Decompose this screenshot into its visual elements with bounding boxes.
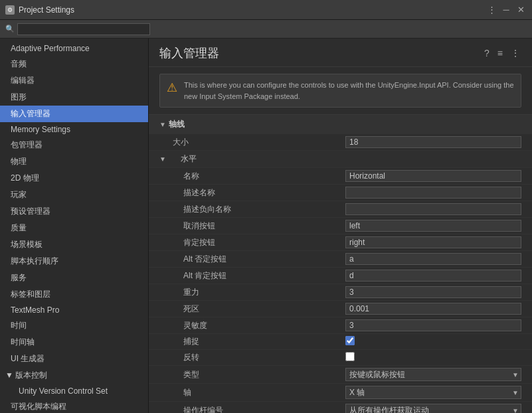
info-text: This is where you can configure the cont…: [184, 80, 514, 102]
alt-pos-button-value: [345, 270, 521, 282]
sidebar-item[interactable]: 时间轴: [0, 334, 148, 351]
snap-checkbox[interactable]: [345, 336, 355, 345]
joystick-num-label: 操作杆编号: [159, 405, 345, 414]
title-bar-left: ⚙ Project Settings: [5, 5, 74, 15]
sidebar-item[interactable]: 图形: [0, 89, 148, 106]
invert-label: 反转: [159, 352, 345, 363]
sidebar-item[interactable]: 物理: [0, 153, 148, 170]
more-icon[interactable]: ⋮: [509, 46, 521, 60]
sidebar-item[interactable]: 包管理器: [0, 137, 148, 153]
sensitivity-row: 灵敏度: [149, 317, 532, 334]
desc-neg-name-row: 描述负向名称: [149, 201, 532, 218]
sidebar-item[interactable]: 质量: [0, 220, 148, 236]
pos-button-value: [345, 236, 521, 248]
sidebar-item[interactable]: ▼ 版本控制: [0, 367, 148, 384]
name-value: [345, 170, 521, 182]
info-box: ⚠ This is where you can configure the co…: [159, 74, 521, 108]
content-title: 输入管理器: [159, 45, 219, 61]
desc-name-input[interactable]: [345, 187, 521, 199]
window-title: Project Settings: [19, 5, 74, 15]
invert-checkbox[interactable]: [345, 352, 355, 361]
gravity-row: 重力: [149, 284, 532, 301]
sidebar-item[interactable]: 2D 物理: [0, 170, 148, 187]
axis-label: 轴: [159, 387, 345, 398]
search-icon: 🔍: [5, 25, 15, 33]
sidebar-item[interactable]: Memory Settings: [0, 122, 148, 137]
sidebar-item[interactable]: 音频: [0, 56, 148, 72]
dead-zone-input[interactable]: [345, 303, 521, 315]
content-area: 输入管理器 ? ≡ ⋮ ⚠ This is where you can conf…: [149, 39, 532, 413]
joystick-num-row: 操作杆编号 从所有操作杆获取运动 游戏杆 1 游戏杆 2 ▼: [149, 402, 532, 413]
axis-value: X 轴 Y 轴 3rd axis ▼: [345, 386, 521, 399]
axes-section-header[interactable]: ▼ 轴线: [149, 114, 532, 134]
sidebar-item[interactable]: 编辑器: [0, 72, 148, 89]
sidebar-item[interactable]: TextMesh Pro: [0, 303, 148, 317]
neg-button-input[interactable]: [345, 220, 521, 232]
joystick-num-select[interactable]: 从所有操作杆获取运动 游戏杆 1 游戏杆 2: [345, 404, 521, 413]
snap-row: 捕捉: [149, 334, 532, 350]
settings-content: ▼ 轴线 大小 ▼ 水平 名称: [149, 114, 532, 413]
sidebar-item[interactable]: 服务: [0, 270, 148, 286]
desc-neg-name-input[interactable]: [345, 203, 521, 215]
neg-button-value: [345, 220, 521, 232]
search-input[interactable]: [17, 23, 150, 35]
alt-neg-button-value: [345, 253, 521, 265]
type-row: 类型 按键或鼠标按钮 鼠标移动 游戏杆轴 ▼: [149, 366, 532, 384]
alt-neg-button-input[interactable]: [345, 253, 521, 265]
sensitivity-value: [345, 319, 521, 331]
sidebar-item[interactable]: Unity Version Control Set: [0, 384, 148, 398]
sensitivity-input[interactable]: [345, 319, 521, 331]
pos-button-input[interactable]: [345, 236, 521, 248]
sidebar-item[interactable]: 输入管理器: [0, 106, 148, 122]
sidebar-item[interactable]: 脚本执行顺序: [0, 253, 148, 270]
content-header: 输入管理器 ? ≡ ⋮: [149, 39, 532, 67]
desc-name-value: [345, 187, 521, 199]
alt-neg-button-row: Alt 否定按钮: [149, 251, 532, 268]
axis-row: 轴 X 轴 Y 轴 3rd axis ▼: [149, 384, 532, 402]
sidebar-item[interactable]: 预设管理器: [0, 203, 148, 220]
invert-row: 反转: [149, 350, 532, 366]
invert-value: [345, 352, 521, 363]
axes-section-label: 轴线: [169, 119, 185, 130]
horizontal-label: 水平: [170, 153, 197, 165]
gravity-label: 重力: [159, 287, 345, 298]
sensitivity-label: 灵敏度: [159, 320, 345, 331]
sidebar-item[interactable]: 标签和图层: [0, 286, 148, 303]
name-label: 名称: [159, 171, 345, 182]
gravity-value: [345, 286, 521, 298]
type-select[interactable]: 按键或鼠标按钮 鼠标移动 游戏杆轴: [345, 368, 521, 381]
axis-select[interactable]: X 轴 Y 轴 3rd axis: [345, 386, 521, 399]
gravity-input[interactable]: [345, 286, 521, 298]
close-button[interactable]: ✕: [515, 4, 527, 16]
dead-zone-row: 死区: [149, 301, 532, 317]
title-bar-controls: ⋮ ─ ✕: [486, 4, 527, 16]
desc-neg-name-label: 描述负向名称: [159, 204, 345, 215]
sidebar-item[interactable]: UI 生成器: [0, 351, 148, 367]
alt-pos-button-input[interactable]: [345, 270, 521, 282]
alt-pos-button-label: Alt 肯定按钮: [159, 270, 345, 282]
size-label: 大小: [159, 137, 345, 148]
dead-zone-value: [345, 303, 521, 315]
sidebar-item[interactable]: Adaptive Performance: [0, 41, 148, 56]
alt-pos-button-row: Alt 肯定按钮: [149, 268, 532, 284]
dead-zone-label: 死区: [159, 303, 345, 315]
main-layout: Adaptive Performance音频编辑器图形输入管理器Memory S…: [0, 39, 532, 413]
pos-button-label: 肯定按钮: [159, 237, 345, 248]
minimize-button[interactable]: ─: [500, 4, 512, 16]
snap-label: 捕捉: [159, 336, 345, 347]
horizontal-triangle-icon: ▼: [159, 155, 166, 163]
desc-name-row: 描述名称: [149, 185, 532, 201]
sidebar-item[interactable]: 可视化脚本编程: [0, 398, 148, 413]
help-icon[interactable]: ?: [483, 46, 491, 60]
axes-triangle-icon: ▼: [159, 121, 166, 128]
layout-icon[interactable]: ≡: [496, 46, 504, 60]
sidebar-item[interactable]: 玩家: [0, 187, 148, 203]
more-options-button[interactable]: ⋮: [486, 4, 497, 16]
horizontal-subsection-header[interactable]: ▼ 水平: [149, 151, 532, 168]
desc-name-label: 描述名称: [159, 187, 345, 199]
snap-value: [345, 336, 521, 347]
sidebar-item[interactable]: 时间: [0, 317, 148, 334]
name-input[interactable]: [345, 170, 521, 182]
sidebar-item[interactable]: 场景模板: [0, 236, 148, 253]
size-input[interactable]: [345, 136, 521, 148]
